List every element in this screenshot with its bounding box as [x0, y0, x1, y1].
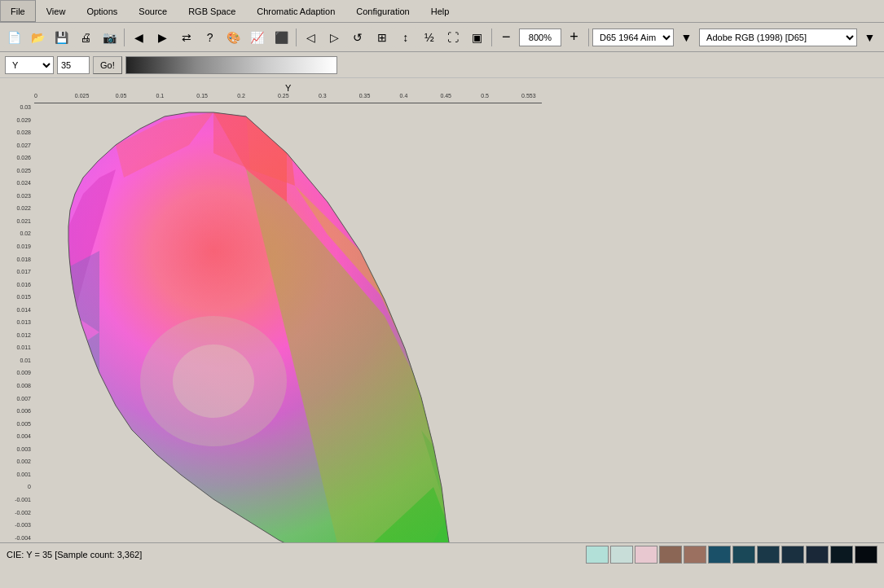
menu-file[interactable]: File [0, 0, 36, 22]
svg-rect-22 [34, 104, 546, 565]
profile-dropdown[interactable]: ▼ [859, 27, 881, 48]
next-button[interactable]: ▶ [152, 27, 174, 48]
color-swatches [586, 546, 877, 564]
square-button[interactable]: ⬛ [270, 27, 292, 48]
profile-select[interactable]: Adobe RGB (1998) [D65] [699, 29, 857, 46]
status-text: CIE: Y = 35 [Sample count: 3,362] [7, 550, 586, 559]
help-button[interactable]: ? [199, 27, 221, 48]
save-button[interactable]: 💾 [51, 27, 73, 48]
menu-rgb-space[interactable]: RGB Space [178, 0, 246, 22]
scale-button[interactable]: ↕ [394, 27, 416, 48]
menu-configuration[interactable]: Configuration [345, 0, 420, 22]
new-button[interactable]: 📄 [3, 27, 25, 48]
menu-help[interactable]: Help [420, 0, 460, 22]
half-button[interactable]: ½ [418, 27, 440, 48]
forward-button[interactable]: ▷ [323, 27, 345, 48]
back-button[interactable]: ◁ [300, 27, 322, 48]
menu-view[interactable]: View [36, 0, 77, 22]
gradient-preview [125, 56, 337, 74]
zoom-in-button[interactable]: + [563, 27, 585, 48]
zoom-out-button[interactable]: − [495, 27, 517, 48]
open-button[interactable]: 📂 [27, 27, 49, 48]
resize-button[interactable]: ⊞ [371, 27, 393, 48]
fullscreen-button[interactable]: ⛶ [442, 27, 464, 48]
swatch-6[interactable] [708, 546, 731, 564]
menu-source[interactable]: Source [128, 0, 178, 22]
sep1 [124, 29, 125, 46]
controls-row: Y 35 Go! [0, 52, 884, 78]
flip-button[interactable]: ⇄ [175, 27, 197, 48]
swatch-4[interactable] [659, 546, 682, 564]
value-input[interactable]: 35 [57, 56, 90, 74]
cie-svg [34, 104, 546, 565]
go-button[interactable]: Go! [93, 56, 122, 74]
overlay-button[interactable]: ▣ [466, 27, 488, 48]
zoom-level: 800% [519, 29, 561, 46]
main-area: Y 0 0.025 0.05 0.1 0.15 0.2 0.25 0.3 0.3… [0, 78, 884, 565]
sep4 [588, 29, 589, 46]
swatch-9[interactable] [781, 546, 804, 564]
illuminant-select[interactable]: D65 1964 Aim [592, 29, 674, 46]
swatch-1[interactable] [586, 546, 609, 564]
sep2 [296, 29, 297, 46]
swatch-10[interactable] [806, 546, 829, 564]
swatch-12[interactable] [855, 546, 877, 564]
menu-options[interactable]: Options [76, 0, 128, 22]
print-button[interactable]: 🖨 [74, 27, 96, 48]
swatch-3[interactable] [635, 546, 658, 564]
prev-button[interactable]: ◀ [128, 27, 150, 48]
color-button[interactable]: 🎨 [222, 27, 244, 48]
toolbar: 📄 📂 💾 🖨 📷 ◀ ▶ ⇄ ? 🎨 📈 ⬛ ◁ ▷ ↺ ⊞ ↕ ½ ⛶ ▣ … [0, 23, 884, 52]
y-axis-ticks: 0.030.0290.0280.0270.026 0.0250.0240.023… [0, 104, 33, 541]
swatch-5[interactable] [684, 546, 706, 564]
rotate-button[interactable]: ↺ [347, 27, 369, 48]
x-axis-ruler: 0 0.025 0.05 0.1 0.15 0.2 0.25 0.3 0.35 … [34, 93, 542, 103]
swatch-7[interactable] [732, 546, 755, 564]
sep3 [491, 29, 492, 46]
menu-bar: File View Options Source RGB Space Chrom… [0, 0, 884, 23]
swatch-2[interactable] [610, 546, 633, 564]
curve-button[interactable]: 📈 [246, 27, 268, 48]
illuminant-dropdown[interactable]: ▼ [675, 27, 697, 48]
menu-chromatic[interactable]: Chromatic Adaption [246, 0, 345, 22]
y-axis-label: Y [285, 83, 291, 93]
swatch-11[interactable] [830, 546, 853, 564]
capture-button[interactable]: 📷 [99, 27, 121, 48]
axis-select[interactable]: Y [5, 56, 54, 74]
swatch-8[interactable] [757, 546, 780, 564]
cie-diagram [34, 104, 546, 565]
status-bar: CIE: Y = 35 [Sample count: 3,362] [0, 542, 884, 565]
